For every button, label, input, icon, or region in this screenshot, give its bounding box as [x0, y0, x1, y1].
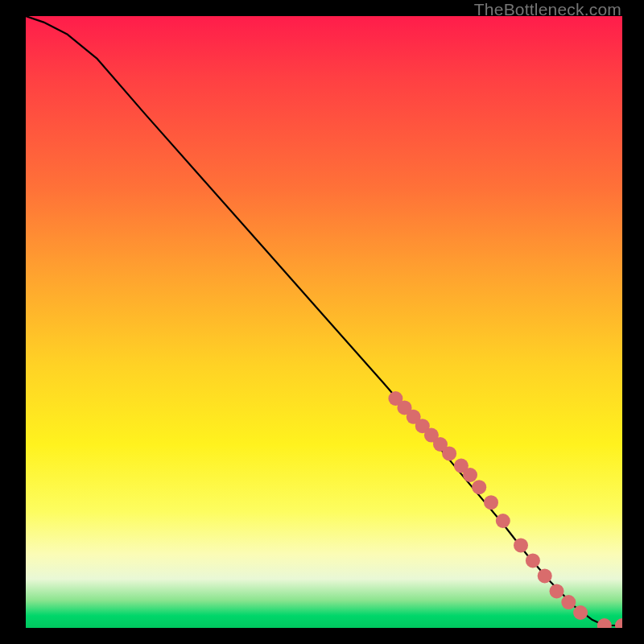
marker-point — [550, 584, 564, 598]
marker-point — [538, 568, 552, 583]
marker-point — [615, 618, 622, 628]
marker-point — [496, 514, 510, 528]
marker-point — [442, 446, 456, 460]
curve-path — [26, 16, 622, 625]
marker-group — [388, 391, 622, 628]
marker-point — [472, 480, 486, 494]
chart-stage: TheBottleneck.com — [0, 0, 644, 644]
marker-point — [573, 605, 588, 620]
chart-overlay — [26, 16, 622, 628]
marker-point — [597, 618, 612, 628]
plot-area — [26, 16, 622, 628]
marker-point — [463, 468, 477, 482]
marker-point — [561, 595, 576, 609]
marker-point — [514, 538, 528, 552]
marker-point — [484, 495, 498, 510]
marker-point — [526, 553, 540, 568]
